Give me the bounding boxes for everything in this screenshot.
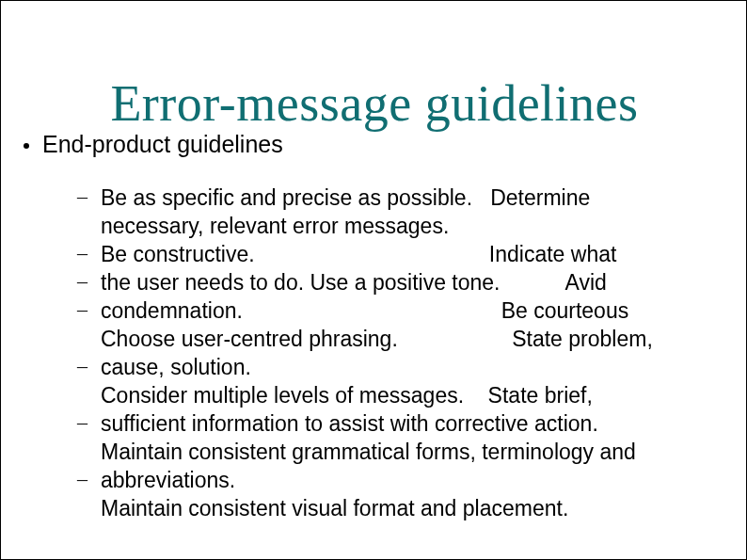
list-item: – cause, solution. [91,353,727,381]
list-item: necessary, relevant error messages. [91,212,727,240]
list-item: Consider multiple levels of messages. St… [91,381,727,409]
line-text: abbreviations. [101,466,235,494]
dash-icon: – [77,267,87,296]
slide-title: Error-message guidelines [1,78,747,129]
dash-icon: – [77,183,87,211]
dash-icon: – [77,352,87,380]
list-item: – condemnation. Be courteous [91,296,727,325]
list-item: – Be constructive. Indicate what [91,240,727,268]
slide: Error-message guidelines End-product gui… [0,0,747,560]
list-item: Maintain consistent grammatical forms, t… [91,438,727,466]
line-text: Consider multiple levels of messages. St… [101,381,593,409]
dash-icon: – [77,408,87,437]
main-bullet: End-product guidelines [24,130,720,158]
list-item: Choose user-centred phrasing. State prob… [91,325,727,353]
dash-icon: – [77,465,87,493]
line-text: Maintain consistent visual format and pl… [101,494,568,522]
line-text: Maintain consistent grammatical forms, t… [101,438,636,466]
bullet-dot-icon [24,143,29,149]
list-item: – Be as specific and precise as possible… [91,184,727,212]
list-item: – sufficient information to assist with … [91,409,727,438]
dash-icon: – [77,296,87,324]
list-item: – the user needs to do. Use a positive t… [91,268,727,296]
list-item: – abbreviations. [91,466,727,494]
line-text: necessary, relevant error messages. [101,212,449,240]
line-text: Be constructive. Indicate what [101,240,616,268]
sub-list: – Be as specific and precise as possible… [91,184,727,522]
line-text: Choose user-centred phrasing. State prob… [101,325,653,353]
line-text: sufficient information to assist with co… [101,409,598,438]
bullet-text: End-product guidelines [42,130,283,158]
line-text: Be as specific and precise as possible. … [101,184,590,212]
list-item: Maintain consistent visual format and pl… [91,494,727,522]
dash-icon: – [77,239,87,267]
line-text: condemnation. Be courteous [101,296,628,325]
line-text: cause, solution. [101,353,251,381]
line-text: the user needs to do. Use a positive ton… [101,268,607,296]
